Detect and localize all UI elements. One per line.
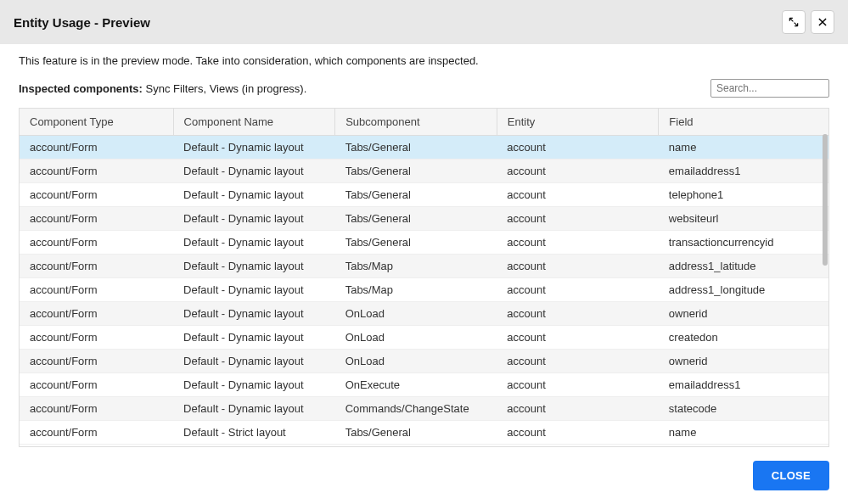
search-input[interactable]	[710, 79, 829, 98]
cell-field: ownerid	[659, 302, 828, 326]
close-x-button[interactable]	[811, 10, 834, 34]
scrollbar-thumb[interactable]	[823, 134, 828, 266]
scrollbar-track[interactable]	[822, 134, 828, 446]
cell-sub: Tabs/General	[335, 160, 497, 183]
close-icon	[817, 16, 828, 28]
cell-sub: OnLoad	[335, 350, 497, 373]
table-row[interactable]: account/FormDefault - Strict layoutTabs/…	[20, 421, 828, 445]
cell-sub: OnLoad	[335, 302, 497, 326]
cell-field: createdon	[659, 326, 828, 350]
cell-name: Default - Dynamic layout	[173, 302, 335, 326]
entity-usage-table: Component Type Component Name Subcompone…	[20, 109, 828, 445]
cell-entity: account	[497, 326, 659, 350]
cell-name: Default - Dynamic layout	[173, 373, 335, 397]
table-row[interactable]: account/FormDefault - Dynamic layoutTabs…	[20, 207, 828, 231]
dialog-footer: CLOSE	[0, 447, 848, 504]
cell-field: emailaddress1	[659, 373, 828, 397]
cell-entity: account	[497, 136, 659, 160]
cell-entity: account	[497, 160, 659, 183]
col-component-type[interactable]: Component Type	[20, 109, 173, 136]
cell-type: account/Form	[20, 326, 173, 350]
table-row[interactable]: account/FormDefault - Dynamic layoutOnEx…	[20, 373, 828, 397]
cell-sub: Tabs/General	[335, 136, 497, 160]
table-row[interactable]: account/FormDefault - Dynamic layoutTabs…	[20, 255, 828, 278]
cell-type: account/Form	[20, 278, 173, 302]
cell-type: account/Form	[20, 397, 173, 421]
cell-name: Default - Dynamic layout	[173, 278, 335, 302]
cell-entity: account	[497, 278, 659, 302]
cell-name: Default - Dynamic layout	[173, 183, 335, 207]
cell-type: account/Form	[20, 231, 173, 255]
table-row[interactable]: account/FormDefault - Dynamic layoutTabs…	[20, 183, 828, 207]
cell-entity: account	[497, 231, 659, 255]
entity-usage-dialog: Entity Usage - Preview This feature is i…	[0, 0, 848, 504]
cell-type: account/Form	[20, 255, 173, 278]
cell-field: emailaddress1	[659, 160, 828, 183]
close-button[interactable]: CLOSE	[753, 461, 829, 490]
cell-name: Default - Dynamic layout	[173, 350, 335, 373]
table-row[interactable]: account/FormDefault - Dynamic layoutTabs…	[20, 231, 828, 255]
cell-entity: account	[497, 397, 659, 421]
col-component-name[interactable]: Component Name	[173, 109, 335, 136]
cell-entity: account	[497, 373, 659, 397]
dialog-body: This feature is in the preview mode. Tak…	[0, 44, 848, 447]
col-entity[interactable]: Entity	[497, 109, 659, 136]
cell-field: name	[659, 421, 828, 445]
cell-field: ownerid	[659, 350, 828, 373]
cell-field: address1_latitude	[659, 255, 828, 278]
col-subcomponent[interactable]: Subcomponent	[335, 109, 497, 136]
cell-sub: Tabs/General	[335, 421, 497, 445]
cell-type: account/Form	[20, 183, 173, 207]
cell-entity: account	[497, 302, 659, 326]
inspected-row: Inspected components: Sync Filters, View…	[19, 79, 829, 98]
table-row[interactable]: account/FormDefault - Dynamic layoutTabs…	[20, 136, 828, 160]
table-row[interactable]: account/FormDefault - Dynamic layoutOnLo…	[20, 326, 828, 350]
cell-sub: OnLoad	[335, 326, 497, 350]
cell-sub: Tabs/General	[335, 183, 497, 207]
cell-sub: OnExecute	[335, 373, 497, 397]
cell-name: Default - Dynamic layout	[173, 136, 335, 160]
entity-usage-table-container: Component Type Component Name Subcompone…	[19, 108, 829, 447]
cell-name: Default - Dynamic layout	[173, 231, 335, 255]
dialog-header: Entity Usage - Preview	[0, 0, 848, 44]
preview-info-text: This feature is in the preview mode. Tak…	[19, 54, 829, 67]
cell-field: telephone1	[659, 183, 828, 207]
cell-entity: account	[497, 255, 659, 278]
cell-name: Default - Dynamic layout	[173, 397, 335, 421]
table-row[interactable]: account/FormDefault - Dynamic layoutComm…	[20, 397, 828, 421]
table-row[interactable]: account/FormDefault - Dynamic layoutTabs…	[20, 160, 828, 183]
cell-sub: Tabs/General	[335, 207, 497, 231]
inspected-value: Sync Filters, Views (in progress).	[146, 82, 307, 95]
cell-field: statecode	[659, 397, 828, 421]
header-controls	[782, 10, 834, 34]
cell-name: Default - Dynamic layout	[173, 255, 335, 278]
cell-name: Default - Dynamic layout	[173, 160, 335, 183]
cell-sub: Tabs/Map	[335, 255, 497, 278]
cell-type: account/Form	[20, 350, 173, 373]
maximize-icon	[788, 16, 800, 28]
cell-sub: Tabs/General	[335, 231, 497, 255]
cell-entity: account	[497, 183, 659, 207]
cell-type: account/Form	[20, 136, 173, 160]
table-header-row: Component Type Component Name Subcompone…	[20, 109, 828, 136]
cell-name: Default - Strict layout	[173, 421, 335, 445]
cell-sub: Tabs/Map	[335, 278, 497, 302]
cell-entity: account	[497, 207, 659, 231]
cell-field: address1_longitude	[659, 278, 828, 302]
col-field[interactable]: Field	[659, 109, 828, 136]
cell-type: account/Form	[20, 207, 173, 231]
inspected-components-text: Inspected components: Sync Filters, View…	[19, 82, 306, 95]
cell-type: account/Form	[20, 302, 173, 326]
table-row[interactable]: account/FormDefault - Dynamic layoutTabs…	[20, 278, 828, 302]
table-row[interactable]: account/FormDefault - Dynamic layoutOnLo…	[20, 302, 828, 326]
cell-name: Default - Dynamic layout	[173, 207, 335, 231]
cell-field: websiteurl	[659, 207, 828, 231]
table-row[interactable]: account/FormDefault - Dynamic layoutOnLo…	[20, 350, 828, 373]
cell-entity: account	[497, 421, 659, 445]
inspected-label: Inspected components:	[19, 82, 143, 95]
cell-type: account/Form	[20, 160, 173, 183]
maximize-button[interactable]	[782, 10, 806, 34]
cell-sub: Commands/ChangeState	[335, 397, 497, 421]
dialog-title: Entity Usage - Preview	[14, 15, 150, 30]
cell-entity: account	[497, 350, 659, 373]
